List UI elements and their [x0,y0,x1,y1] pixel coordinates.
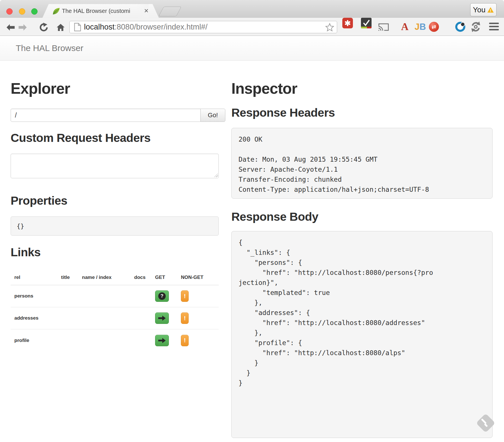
rel-cell: persons [11,293,57,299]
bookmark-star-icon[interactable] [325,22,335,33]
maximize-window-button[interactable] [31,8,38,15]
circle-extension-icon[interactable] [455,22,465,32]
reload-button[interactable] [38,22,49,33]
go-button[interactable]: Go! [200,109,225,122]
inspector-panel: Inspector Response Headers 200 OK Date: … [231,61,493,438]
get-button[interactable]: ? [155,290,169,302]
get-button[interactable] [155,312,169,324]
response-body-box: { "_links": { "persons": { "href": "http… [231,231,493,438]
links-table-header: rel title name / index docs GET NON-GET [11,269,219,285]
col-docs: docs [130,275,151,285]
close-window-button[interactable] [6,8,13,15]
new-tab-button[interactable] [159,7,181,16]
jb-extension-icon[interactable]: JB [415,21,426,32]
rel-cell: addresses [11,315,57,321]
col-rel: rel [11,275,57,285]
url-text[interactable]: localhost:8080/browser/index.html#/ [84,21,208,33]
profile-you-button[interactable]: You [470,3,497,16]
chromecast-extension-icon[interactable] [378,22,390,33]
tab-title: The HAL Browser (customi [62,4,148,18]
non-get-cell: ! [177,290,219,302]
col-get: GET [151,275,177,285]
exclamation-icon: ! [184,293,186,300]
browser-tab[interactable]: The HAL Browser (customi × [42,4,159,18]
path-input[interactable] [11,109,201,122]
custom-headers-textarea[interactable] [11,154,219,178]
site-title: The HAL Browser [0,36,83,60]
address-bar[interactable]: localhost:8080/browser/index.html#/ [69,21,337,33]
menu-icon[interactable] [489,23,499,32]
non-get-button[interactable]: ! [181,335,189,346]
col-name-index: name / index [78,275,130,285]
get-cell: ? [151,290,177,302]
exclamation-icon: ! [184,315,186,322]
response-body-heading: Response Body [231,210,493,224]
col-title: title [57,275,78,285]
links-heading: Links [11,245,226,260]
spring-leaf-favicon [52,7,60,16]
browser-titlebar: The HAL Browser (customi × You [0,0,504,18]
arrow-icon [158,316,166,321]
checkmark-extension-icon[interactable] [361,18,372,28]
sync-extension-icon[interactable]: ⇄ [429,22,439,32]
properties-heading: Properties [11,193,226,208]
url-path: :8080/browser/index.html#/ [115,23,208,31]
non-get-button[interactable]: ! [181,290,189,302]
tab-close-icon[interactable]: × [144,4,149,18]
inspector-heading: Inspector [231,80,493,97]
warning-icon [487,7,494,13]
session-restore-extension-icon[interactable] [470,21,481,34]
non-get-cell: ! [177,335,219,346]
custom-headers-heading: Custom Request Headers [11,131,226,145]
back-button[interactable] [5,22,16,33]
non-get-button[interactable]: ! [181,312,189,324]
site-navbar: The HAL Browser [0,36,504,61]
non-get-cell: ! [177,312,219,324]
explorer-heading: Explorer [11,80,226,97]
table-row: persons?! [11,285,219,307]
profile-name: You [473,5,486,14]
page-document-icon[interactable] [74,23,81,33]
explorer-panel: Explorer Go! Custom Request Headers Prop… [11,61,226,438]
lastpass-extension-icon[interactable] [342,18,353,28]
response-headers-box: 200 OK Date: Mon, 03 Aug 2015 19:55:45 G… [231,128,493,199]
url-host: localhost [84,23,115,31]
exclamation-icon: ! [184,337,186,344]
arrow-icon [158,338,166,343]
forward-button[interactable] [17,22,28,33]
get-cell [151,312,177,324]
links-table: rel title name / index docs GET NON-GET … [11,269,219,351]
properties-box: {} [11,216,219,236]
question-icon: ? [158,292,166,300]
table-row: profile! [11,329,219,351]
table-row: addresses! [11,307,219,329]
minimize-window-button[interactable] [19,8,25,15]
rel-cell: profile [11,338,57,343]
response-headers-heading: Response Headers [231,105,493,120]
annotate-extension-icon[interactable]: A [401,21,409,32]
browser-toolbar: localhost:8080/browser/index.html#/ A JB… [0,18,504,36]
col-non-get: NON-GET [177,275,219,285]
get-button[interactable] [155,335,169,346]
home-button[interactable] [55,22,66,33]
get-cell [151,335,177,346]
